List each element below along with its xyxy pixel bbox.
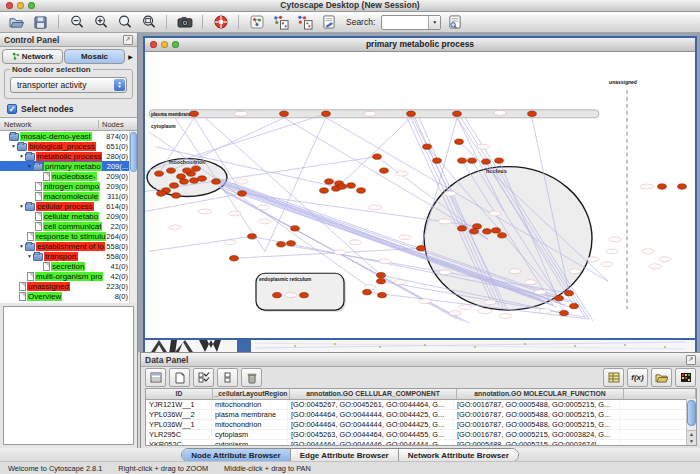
table-row-ylr295c[interactable]: YLR295Ccytoplasm[GO:0045263, GO:0044464,… (146, 430, 696, 440)
network-node[interactable] (170, 183, 179, 188)
tree-row-biological-process[interactable]: ▼biological_process651(0) (0, 141, 130, 151)
tree-row-metabolic-process[interactable]: ▼metabolic process280(0) (0, 151, 130, 161)
tree-row-cellular-process[interactable]: ▼cellular process614(0) (0, 201, 130, 211)
select-nodes-checkbox[interactable]: ✓ (7, 104, 17, 114)
zoom-in-icon[interactable] (90, 13, 111, 31)
network-node[interactable] (423, 144, 432, 149)
network-node[interactable] (273, 292, 282, 297)
tree-column-nodes[interactable]: Nodes (99, 120, 137, 129)
tree-row-multi-organism-pro[interactable]: multi-organism pro42(0) (0, 271, 130, 281)
network-node[interactable] (277, 242, 286, 247)
birdseye-view-panel[interactable] (3, 306, 134, 445)
expand-arrow-icon[interactable]: ▼ (18, 243, 25, 249)
delete-attribute-trash-icon[interactable] (241, 368, 262, 387)
network-canvas[interactable]: nucleus mitochondrion endoplasmic reticu… (145, 52, 695, 338)
expand-arrow-icon[interactable]: ▼ (26, 253, 33, 259)
table-row-yjr121w__1[interactable]: YJR121W__1mitochondrion[GO:0045267, GO:0… (146, 400, 696, 410)
network-node[interactable] (482, 159, 491, 164)
network-node[interactable] (280, 111, 289, 116)
network-node[interactable] (373, 154, 382, 159)
network-node[interactable] (325, 179, 334, 184)
network-node[interactable] (377, 279, 386, 284)
network-node[interactable] (458, 226, 467, 231)
network-node[interactable] (192, 166, 201, 171)
network-window-titlebar[interactable]: primary metabolic process (145, 38, 695, 52)
tab-mosaic[interactable]: Mosaic (64, 49, 125, 64)
network-node[interactable] (455, 139, 464, 144)
network-node[interactable] (300, 292, 309, 297)
table-scrollbar-arrows[interactable]: ▲▼ (687, 430, 696, 445)
network-node[interactable] (498, 233, 507, 238)
network-node[interactable] (380, 168, 389, 173)
tree-row-nucleobase-[interactable]: nucleobase-209(0) (0, 171, 130, 181)
network-node[interactable] (458, 158, 467, 163)
annotation-icon[interactable] (318, 13, 339, 31)
network-node[interactable] (555, 295, 564, 300)
apply-layout-icon[interactable] (270, 13, 291, 31)
select-attributes-icon[interactable] (145, 368, 166, 387)
network-node[interactable] (483, 229, 492, 234)
table-scrollbar[interactable]: ▲▼ (686, 399, 696, 445)
column-header-cellular-component[interactable]: annotation.GO CELLULAR_COMPONENT (290, 389, 457, 399)
import-attributes-icon[interactable] (651, 368, 672, 387)
tree-row-establishment-of-lo[interactable]: ▼establishment of lo558(0) (0, 241, 130, 251)
column-header-region[interactable]: _cellularLayoutRegion (213, 389, 290, 399)
search-dropdown-icon[interactable]: ▼ (428, 16, 440, 29)
network-node[interactable] (212, 179, 221, 184)
float-panel-icon[interactable]: ↗ (123, 35, 133, 45)
network-node[interactable] (377, 273, 386, 278)
tree-row-mosaic-demo-yeast[interactable]: mosaic-demo-yeast874(0) (0, 131, 130, 141)
tree-row-unassigned[interactable]: unassigned223(0) (0, 281, 130, 291)
network-node[interactable] (190, 178, 199, 183)
network-node[interactable] (658, 184, 667, 189)
network-node[interactable] (678, 184, 687, 189)
network-node[interactable] (492, 228, 501, 233)
network-node[interactable] (167, 168, 176, 173)
attribute-batch-icon[interactable] (217, 368, 238, 387)
tree-row-cellular-metabo[interactable]: cellular metabo209(0) (0, 211, 130, 221)
open-file-icon[interactable] (6, 13, 27, 31)
network-node[interactable] (338, 184, 347, 189)
network-node[interactable] (473, 224, 482, 229)
network-node[interactable] (453, 111, 462, 116)
float-panel-icon[interactable]: ↗ (686, 355, 696, 365)
tree-row-cell-communicat[interactable]: cell communicat22(0) (0, 221, 130, 231)
tab-node-attribute-browser[interactable]: Node Attribute Browser (182, 449, 291, 461)
tree-scrollbar[interactable] (129, 131, 137, 303)
network-node[interactable] (363, 289, 372, 294)
network-node[interactable] (238, 191, 247, 196)
attribute-matrix-icon[interactable] (603, 368, 624, 387)
network-node[interactable] (347, 183, 356, 188)
tree-row-transport[interactable]: ▼transport558(0) (0, 251, 130, 261)
network-node[interactable] (155, 171, 164, 176)
network-node[interactable] (565, 290, 574, 295)
network-node[interactable] (468, 158, 477, 163)
network-node[interactable] (230, 256, 239, 261)
network-node[interactable] (357, 188, 366, 193)
network-node[interactable] (172, 193, 181, 198)
new-attribute-icon[interactable] (169, 368, 190, 387)
network-node[interactable] (180, 179, 189, 184)
table-row-ykr052c[interactable]: YKR052Ccytoplasm[GO:0044464, GO:0044446,… (146, 440, 696, 446)
tree-row-secretion[interactable]: secretion41(0) (0, 261, 130, 271)
help-lifering-icon[interactable] (210, 13, 231, 31)
tab-network-attribute-browser[interactable]: Network Attribute Browser (399, 449, 518, 461)
tree-row-macromolecule[interactable]: macromolecule311(0) (0, 191, 130, 201)
tree-row-primary-metabo[interactable]: ▼primary metabo209(... (0, 161, 130, 171)
network-node[interactable] (183, 168, 192, 173)
snapshot-camera-icon[interactable] (174, 13, 195, 31)
network-node[interactable] (177, 174, 186, 179)
network-node[interactable] (291, 226, 300, 231)
network-node[interactable] (495, 158, 504, 163)
more-tabs-icon[interactable]: ▶ (126, 53, 135, 60)
expand-arrow-icon[interactable]: ▼ (10, 143, 17, 149)
column-header-id[interactable]: ID (146, 389, 213, 399)
tree-row-nitrogen-compo[interactable]: nitrogen compo209(0) (0, 181, 130, 191)
network-window[interactable]: primary metabolic process nucleus mitoch… (143, 36, 697, 340)
network-node[interactable] (570, 303, 579, 308)
network-node[interactable] (528, 111, 537, 116)
network-node[interactable] (198, 176, 207, 181)
column-header-molecular-function[interactable]: annotation.GO MOLECULAR_FUNCTION (457, 389, 624, 399)
network-node[interactable] (470, 229, 479, 234)
tab-network[interactable]: Network (2, 49, 63, 64)
